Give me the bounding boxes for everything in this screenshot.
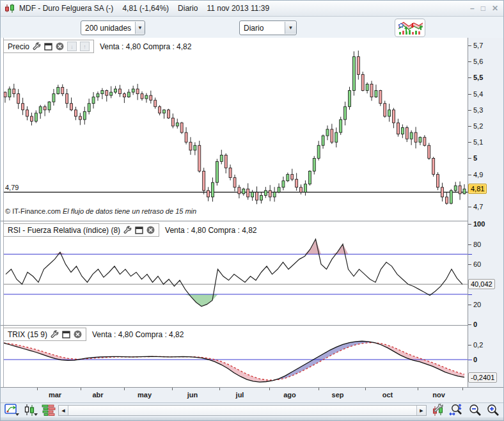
rsi-panel-header: RSI - Fuerza Relativa (índice) (8) Venta… [3, 223, 257, 237]
price-axis-tick [468, 110, 471, 111]
rsi-axis-tick [468, 324, 471, 325]
title-last-price: 4,81 (-1,64%) [122, 4, 169, 13]
price-axis-tick [468, 175, 471, 175]
month-label-abr: abr [92, 391, 103, 399]
rsi-panel-title: RSI - Fuerza Relativa (índice) (8) [8, 226, 120, 235]
month-tick [269, 388, 270, 390]
scroll-right-button[interactable]: ▶ [416, 406, 426, 415]
scroll-left-button[interactable]: ◀ [59, 406, 68, 415]
zoom-fit-icon [449, 404, 464, 417]
close-panel-icon[interactable] [146, 226, 155, 234]
trix-axis-label: 0,2 [473, 341, 483, 349]
title-period: Diario [178, 4, 198, 13]
price-axis-label: 5,7 [473, 42, 483, 49]
chart-style-button[interactable] [395, 19, 425, 37]
rsi-header-group: RSI - Fuerza Relativa (índice) (8) [3, 223, 159, 237]
price-axis-tick [468, 45, 471, 46]
price-axis-gutter: 5,75,65,55,45,35,25,154,94,710080602000,… [468, 38, 504, 387]
close-panel-icon[interactable] [56, 42, 64, 51]
price-axis-tick [468, 126, 471, 127]
price-axis-tick [468, 77, 471, 78]
window-bottom-frame [1, 417, 503, 420]
close-panel-icon[interactable] [74, 330, 82, 338]
price-level-label: 4,79 [5, 184, 19, 191]
zoom-in-button[interactable] [485, 404, 501, 417]
month-tick [81, 388, 81, 390]
month-label-nov: nov [432, 391, 445, 399]
order-book-button[interactable] [40, 404, 57, 417]
rsi-threshold-tick [468, 254, 472, 255]
zoom-out-button[interactable] [467, 404, 484, 417]
price-panel-title: Precio [8, 42, 29, 51]
move-panel-up-icon: ↑ [80, 42, 90, 51]
rsi-chart[interactable] [1, 221, 468, 326]
candlestick-type-icon [23, 404, 38, 417]
panel-divider[interactable] [1, 221, 468, 221]
period-dropdown[interactable]: Diario ▼ [239, 20, 297, 35]
price-axis-tick [468, 61, 471, 62]
panel-window-icon[interactable] [135, 226, 143, 234]
price-axis-label: 5,3 [473, 106, 483, 114]
panel-window-icon[interactable] [44, 43, 52, 51]
rsi-bid-ask: Venta : 4,80 Compra : 4,82 [165, 226, 256, 235]
rsi-axis-label: 60 [473, 260, 481, 268]
units-dropdown[interactable]: 200 unidades ▼ [81, 20, 145, 35]
period-dropdown-value: Diario [240, 24, 285, 33]
price-axis-label: 4,7 [473, 203, 483, 210]
price-axis-tick [468, 207, 471, 207]
panel-divider[interactable] [1, 325, 468, 326]
copyright-text: © IT-Finance.com [5, 207, 61, 215]
units-dropdown-value: 200 unidades [81, 24, 135, 33]
price-axis-label: 5 [473, 154, 477, 162]
chart-type-button[interactable] [22, 404, 39, 417]
month-tick [172, 388, 173, 390]
drawing-tools-button[interactable] [4, 404, 20, 417]
rsi-axis-label: 100 [473, 220, 485, 228]
maximize-button[interactable]: □ [481, 4, 485, 13]
time-axis: marabrmayjunjulagosepoctnov [1, 387, 503, 403]
wrench-icon[interactable] [33, 42, 41, 51]
wrench-icon[interactable] [51, 330, 59, 338]
trix-axis-label: 0 [473, 356, 477, 363]
trix-header-group: TRIX (15 9) [3, 328, 86, 341]
panel-window-icon[interactable] [62, 331, 70, 338]
month-label-sep: sep [332, 391, 344, 399]
month-tick [365, 388, 366, 390]
zoom-fit-button[interactable] [448, 404, 465, 417]
price-axis-label: 5,1 [473, 138, 483, 146]
price-chart[interactable] [1, 38, 468, 221]
price-panel-header: Precio ↓ ↑ Venta : 4,80 Compra : 4,82 [3, 40, 191, 53]
rsi-axis-label: 80 [473, 241, 481, 248]
trix-panel-title: TRIX (15 9) [8, 330, 47, 339]
month-label-may: may [138, 391, 152, 399]
price-axis-label: 4,9 [473, 171, 483, 179]
month-label-jun: jun [187, 391, 198, 399]
month-label-jul: jul [236, 391, 244, 399]
candlestick-app-icon [4, 4, 15, 13]
month-tick [124, 388, 125, 390]
chart-settings-button[interactable] [429, 404, 446, 417]
chart-style-icon [397, 21, 423, 35]
scrollbar-thumb[interactable] [68, 406, 416, 415]
price-bid-ask: Venta : 4,80 Compra : 4,82 [100, 42, 191, 51]
trix-axis-tick [468, 360, 472, 360]
price-axis-tick [468, 94, 471, 95]
trix-panel-header: TRIX (15 9) Venta : 4,80 Compra : 4,82 [3, 328, 184, 341]
copyright-notice: © IT-Finance.com El flujo de datos tiene… [5, 207, 196, 215]
price-axis-label: 5,5 [473, 74, 483, 81]
month-tick [462, 388, 463, 390]
minimize-button[interactable]: – [470, 4, 475, 13]
chevron-down-icon[interactable]: ▼ [135, 22, 145, 34]
rsi-axis-tick [468, 264, 471, 265]
wrench-icon[interactable] [123, 226, 132, 234]
rsi-axis-tick [468, 305, 471, 305]
price-axis-label: 5,6 [473, 58, 483, 65]
bottom-toolbar: ◀ ▶ [1, 402, 503, 417]
close-button[interactable]: ✕ [492, 4, 498, 13]
rsi-value-badge: 40,042 [468, 279, 495, 289]
time-scrollbar[interactable]: ◀ ▶ [58, 405, 427, 416]
chevron-down-icon[interactable]: ▼ [285, 22, 296, 34]
title-datetime: 11 nov 2013 11:39 [207, 4, 269, 13]
title-bar: MDF - Duro Felguera SA (-) 4,81 (-1,64%)… [1, 1, 503, 17]
top-toolbar: 200 unidades ▼ Diario ▼ [1, 17, 503, 38]
